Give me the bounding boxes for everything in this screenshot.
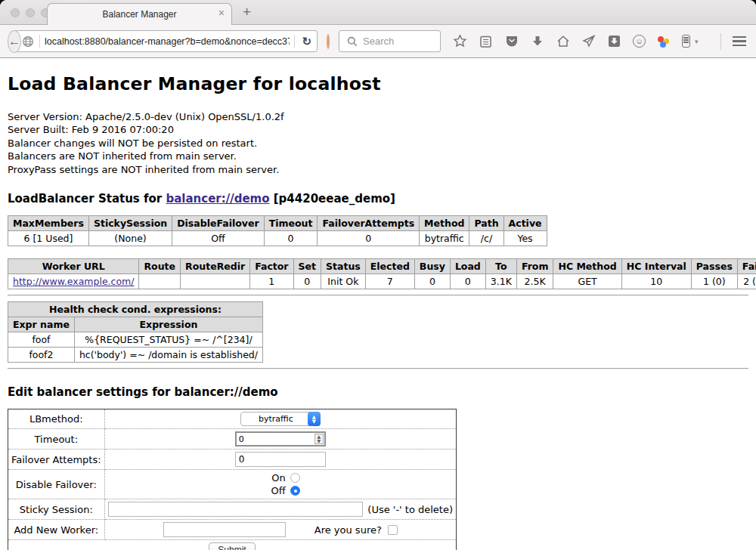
url-bar[interactable]: localhost:8880/balancer-manager?b=demo&n… [15,30,318,52]
form-row-add-worker: Add New Worker: Are you sure? [8,520,457,540]
navigation-toolbar: ← localhost:8880/balancer-manager?b=demo… [0,25,756,58]
sticky-session-label: Sticky Session: [8,499,105,520]
colorful-extension-icon[interactable] [657,35,671,48]
section-divider [8,368,748,369]
col-set: Set [293,259,321,274]
home-icon[interactable] [556,34,570,48]
menu-icon[interactable] [733,36,746,46]
health-check-table: Health check cond. expressions: Expr nam… [8,301,263,363]
form-row-timeout: Timeout: ▲▼ [8,429,457,450]
cell-fails: 2 (0) [737,274,756,289]
globe-icon [20,34,35,48]
cell-expr-name: foof2 [8,348,75,363]
search-bar[interactable] [339,30,441,52]
cell-factor: 1 [250,274,293,289]
edit-settings-heading: Edit balancer settings for balancer://de… [8,385,748,399]
col-expr-name: Expr name [8,317,75,332]
cell-active: Yes [503,231,547,246]
table-row: http://www.example.com/ 1 0 Init Ok 7 0 … [8,274,756,289]
cell-expr-name: foof [8,332,75,348]
disable-failover-on-radio[interactable] [290,473,300,483]
container-extension-icon[interactable] [682,35,690,48]
col-stickysession: StickySession [88,216,172,231]
number-stepper-icon[interactable]: ▲▼ [314,434,324,444]
col-disablefailover: DisableFailover [172,216,264,231]
col-route: Route [139,259,181,274]
tab-bar: Balancer Manager × + [0,0,756,25]
col-expression: Expression [74,317,262,332]
add-worker-input[interactable] [163,522,286,537]
status-heading-prefix: LoadBalancer Status for [8,192,166,205]
inherit-note-line: Balancers are NOT inherited from main se… [8,150,748,162]
col-routeredir: RouteRedir [181,259,250,274]
cell-set: 0 [293,274,321,289]
worker-status-table: Worker URL Route RouteRedir Factor Set S… [8,258,756,289]
table-row: foof %{REQUEST_STATUS} =~ /^[234]/ [8,332,263,348]
col-active: Active [503,216,547,231]
col-elected: Elected [365,259,414,274]
reload-icon[interactable]: ↻ [299,35,314,48]
sticky-delete-note: (Use '-' to delete) [367,504,453,515]
bookmark-star-icon[interactable] [453,34,467,48]
form-row-lbmethod: LBmethod: bytraffic ▲▼ [8,409,457,429]
col-worker-url: Worker URL [8,259,139,274]
col-hc-method: HC Method [553,259,621,274]
form-row-sticky: Sticky Session: (Use '-' to delete) [8,499,457,520]
cell-route [139,274,181,289]
back-button[interactable]: ← [8,30,21,53]
minimize-window-button[interactable] [26,8,35,17]
pocket-icon[interactable] [504,34,519,48]
url-text[interactable]: localhost:8880/balancer-manager?b=demo&n… [45,36,290,47]
close-window-button[interactable] [11,8,20,17]
cell-hc-interval: 10 [621,274,691,289]
new-tab-button[interactable]: + [243,4,251,20]
search-input[interactable] [363,36,435,47]
failover-attempts-input[interactable] [235,452,326,467]
cell-stickysession: (None) [88,231,172,246]
col-status: Status [321,259,366,274]
cell-disablefailover: Off [172,231,264,246]
col-load: Load [450,259,485,274]
chevron-down-icon[interactable]: ▾ [695,38,699,45]
urlbar-divider [39,35,40,48]
search-icon [345,34,359,48]
cell-timeout: 0 [264,231,318,246]
reading-list-icon[interactable] [479,34,493,48]
section-divider [8,295,748,296]
table-header-row: Expr name Expression [8,317,263,332]
table-header-row: MaxMembers StickySession DisableFailover… [8,216,547,231]
cell-to: 3.1K [485,274,516,289]
submit-button[interactable]: Submit [209,542,255,550]
cell-method: bytraffic [420,231,469,246]
off-label: Off [271,485,286,496]
blocked-content-icon[interactable] [327,34,330,49]
cell-routeredir [181,274,250,289]
cell-busy: 0 [414,274,450,289]
download-arrow-icon[interactable] [530,34,544,48]
download-box-icon[interactable] [607,34,621,48]
col-fails: Fails [737,259,756,274]
sticky-session-input[interactable] [108,502,364,517]
window-controls[interactable] [11,8,50,17]
cell-expression: %{REQUEST_STATUS} =~ /^[234]/ [74,332,262,348]
worker-url-link[interactable]: http://www.example.com/ [13,276,134,287]
col-timeout: Timeout [264,216,318,231]
disable-failover-off-radio[interactable] [290,486,300,496]
feedback-smiley-icon[interactable]: ☺ [633,35,646,48]
lbmethod-select[interactable]: bytraffic ▲▼ [240,412,321,426]
on-label: On [271,472,285,484]
cell-load: 0 [450,274,485,289]
balancer-link[interactable]: balancer://demo [166,192,269,205]
browser-window: Balancer Manager × + ← localhost:8880/ba… [0,0,756,550]
are-you-sure-checkbox[interactable] [388,525,398,535]
persist-note-line: Balancer changes will NOT be persisted o… [8,137,748,150]
col-failoverattempts: FailoverAttempts [318,216,420,231]
disable-failover-label: Disable Failover: [8,470,105,499]
health-table-title: Health check cond. expressions: [8,302,263,317]
tab-title: Balancer Manager [102,9,176,20]
tab-balancer-manager[interactable]: Balancer Manager × [47,3,232,25]
tab-close-icon[interactable]: × [218,8,225,18]
send-plane-icon[interactable] [581,34,596,48]
form-row-disable-failover: Disable Failover: On Off [8,470,457,499]
timeout-input[interactable] [235,431,326,446]
